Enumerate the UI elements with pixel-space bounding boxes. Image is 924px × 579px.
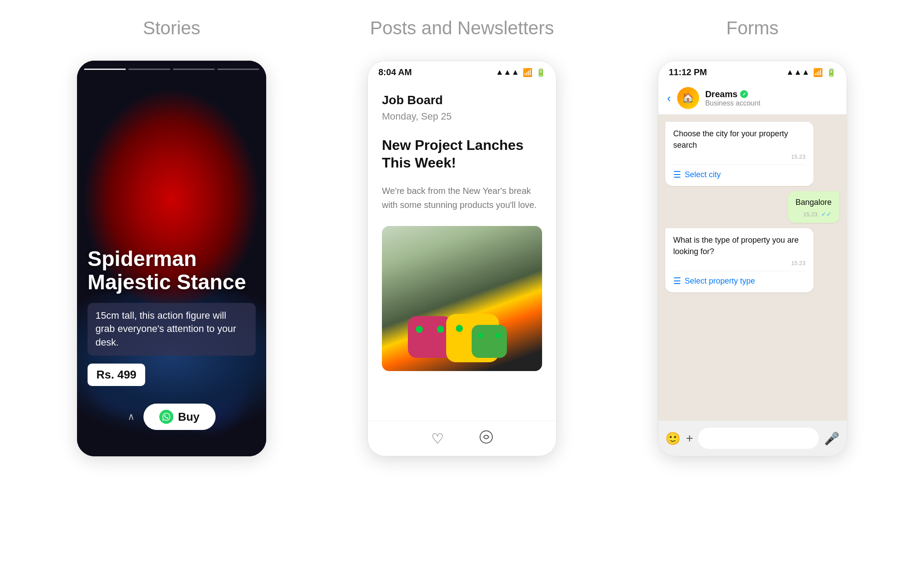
list-icon-city: ☰ [673, 169, 681, 180]
property-question-text: What is the type of property you are loo… [673, 234, 806, 257]
robot-eye-green-left [478, 333, 483, 338]
swipe-up-arrow: ∧ [128, 411, 135, 422]
posts-bottom-bar: ♡ [368, 421, 556, 456]
forms-status-icons: ▲▲▲ 📶 🔋 [786, 68, 836, 77]
posts-status-time: 8:04 AM [378, 67, 412, 77]
wifi-icon: 📶 [523, 68, 532, 77]
posts-content: Job Board Monday, Sep 25 New Project Lan… [368, 81, 556, 383]
emoji-button[interactable]: 🙂 [665, 431, 681, 446]
contact-sub: Business account [705, 99, 838, 107]
posts-title: Posts and Newsletters [370, 18, 554, 39]
post-image [382, 226, 542, 371]
robot-pink [408, 316, 452, 358]
bangalore-text: Bangalore [796, 197, 832, 208]
select-property-label: Select property type [685, 277, 755, 286]
story-title: SpidermanMajestic Stance [88, 248, 256, 294]
stories-title: Stories [143, 18, 201, 39]
story-bar-2 [128, 69, 170, 70]
city-question-time: 15.23 [673, 153, 806, 160]
contact-info: Dreams ✓ Business account [705, 89, 838, 107]
property-question-time: 15.23 [673, 260, 806, 266]
signal-icon: ▲▲▲ [496, 68, 519, 77]
forms-status-bar: 11:12 PM ▲▲▲ 📶 🔋 [658, 61, 847, 81]
back-arrow[interactable]: ‹ [667, 91, 671, 105]
select-city-label: Select city [685, 170, 721, 179]
forms-phone: 11:12 PM ▲▲▲ 📶 🔋 ‹ 🏠 Dreams ✓ Business a… [658, 61, 847, 456]
stories-column: Stories SpidermanMajestic Stance 15cm ta… [35, 18, 308, 456]
forms-title: Forms [726, 18, 779, 39]
story-price: Rs. 499 [96, 368, 136, 381]
posts-status-bar: 8:04 AM ▲▲▲ 📶 🔋 [368, 61, 556, 81]
story-swipe-hint: ∧ [128, 411, 135, 422]
story-bar-1 [84, 69, 126, 70]
posts-phone: 8:04 AM ▲▲▲ 📶 🔋 Job Board Monday, Sep 25… [367, 61, 557, 456]
forms-status-time: 11:12 PM [669, 67, 707, 77]
double-tick-icon: ✓✓ [821, 211, 832, 218]
robot-green [472, 325, 507, 358]
list-icon-property: ☰ [673, 276, 681, 286]
like-button[interactable]: ♡ [431, 430, 444, 447]
attach-button[interactable]: + [686, 431, 693, 445]
story-price-box: Rs. 499 [88, 364, 145, 386]
whatsapp-icon [159, 410, 173, 424]
robot-eye-right [437, 326, 444, 333]
forms-battery-icon: 🔋 [826, 68, 836, 77]
verified-badge: ✓ [740, 90, 748, 98]
mic-button[interactable]: 🎤 [824, 431, 840, 446]
stories-bg: SpidermanMajestic Stance 15cm tall, this… [77, 61, 266, 456]
battery-icon: 🔋 [536, 68, 546, 77]
contact-name-row: Dreams ✓ [705, 89, 838, 99]
chat-input-field[interactable] [698, 428, 819, 449]
posts-status-icons: ▲▲▲ 📶 🔋 [496, 68, 546, 77]
svg-point-0 [480, 431, 492, 443]
bangalore-time: 15.23 [803, 211, 818, 218]
story-progress-bars [84, 69, 259, 70]
story-text-overlay: SpidermanMajestic Stance 15cm tall, this… [88, 248, 256, 386]
post-date: Monday, Sep 25 [382, 111, 542, 122]
newsletter-title: Job Board [382, 93, 542, 107]
forms-header: ‹ 🏠 Dreams ✓ Business account [658, 81, 847, 115]
chat-bubble-city-question: Choose the city for your property search… [665, 122, 814, 186]
contact-avatar: 🏠 [677, 87, 699, 109]
select-city-button[interactable]: ☰ Select city [673, 164, 806, 180]
forms-column: Forms 11:12 PM ▲▲▲ 📶 🔋 ‹ 🏠 Dreams ✓ [616, 18, 889, 456]
post-headline: New Project LanchesThis Week! [382, 136, 542, 171]
story-desc-box: 15cm tall, this action figure will grab … [88, 303, 256, 356]
story-description: 15cm tall, this action figure will grab … [95, 310, 236, 348]
chat-input-bar: 🙂 + 🎤 [658, 421, 847, 456]
post-body: We're back from the New Year's break wit… [382, 184, 542, 212]
story-bottom-bar: ∧ Buy [77, 404, 266, 430]
forms-signal-icon: ▲▲▲ [786, 68, 810, 77]
chat-bubble-property-question: What is the type of property you are loo… [665, 228, 814, 292]
buy-label: Buy [178, 410, 199, 424]
select-property-button[interactable]: ☰ Select property type [673, 271, 806, 286]
robot-eye-green-right [495, 333, 501, 338]
stories-phone: SpidermanMajestic Stance 15cm tall, this… [77, 61, 266, 456]
chat-bg: Choose the city for your property search… [658, 115, 847, 435]
city-question-text: Choose the city for your property search [673, 128, 806, 151]
posts-column: Posts and Newsletters 8:04 AM ▲▲▲ 📶 🔋 Jo… [326, 18, 598, 456]
columns-wrapper: Stories SpidermanMajestic Stance 15cm ta… [26, 18, 898, 456]
robot-eye-yellow-left [456, 325, 463, 332]
chat-bubble-bangalore: Bangalore 15.23 ✓✓ [788, 191, 840, 223]
bangalore-meta: 15.23 ✓✓ [796, 211, 832, 218]
story-bar-3 [173, 69, 215, 70]
buy-button[interactable]: Buy [143, 404, 215, 430]
share-button[interactable] [479, 430, 493, 448]
story-bar-4 [217, 69, 259, 70]
forms-wifi-icon: 📶 [813, 68, 823, 77]
contact-name-text: Dreams [705, 89, 737, 99]
robot-eye-left [416, 326, 423, 333]
